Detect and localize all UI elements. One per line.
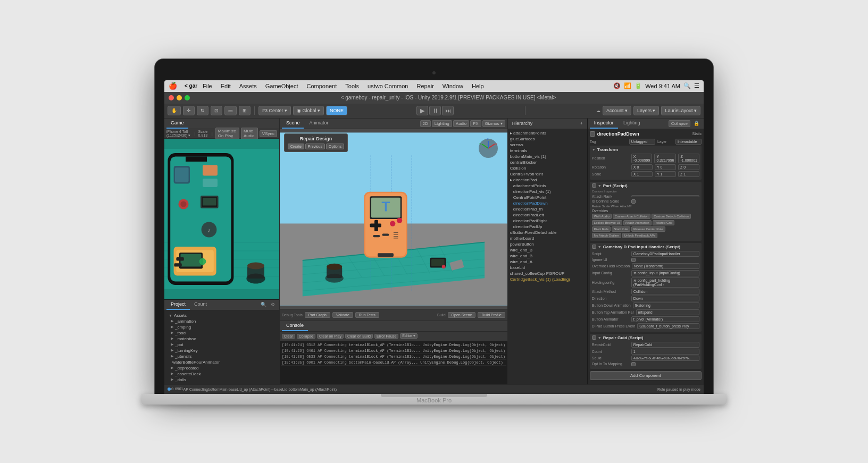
list-item[interactable]: ▶_cmping [166, 324, 277, 330]
menu-file[interactable]: File [199, 80, 215, 92]
menu-gameobject[interactable]: GameObject [262, 80, 302, 92]
list-item[interactable]: ▶_pot [166, 342, 277, 348]
menu-repair[interactable]: Repair [413, 80, 437, 92]
rot-x[interactable]: X 0 [631, 164, 653, 170]
holding-config-value[interactable]: ≋ config_part_holding (PartHoldingConf ◦ [631, 277, 699, 288]
list-item[interactable]: ▶_turningKey [166, 348, 277, 353]
run-tests-btn[interactable]: Run Tests [355, 312, 379, 318]
hier-dirpadright[interactable]: directionPadRight [509, 218, 586, 224]
release-center-btn[interactable]: Release Center Rule [631, 226, 665, 232]
count-value[interactable]: 1 [631, 349, 699, 355]
repair-previous-btn[interactable]: Previous [305, 144, 325, 149]
repair-guid-checkbox[interactable] [592, 335, 596, 340]
list-item[interactable]: ▶_utensils [166, 353, 277, 359]
attach-rank-value[interactable] [631, 195, 699, 197]
notification-icon[interactable]: ☰ [694, 82, 699, 89]
rect-tool[interactable]: ▭ [224, 106, 237, 115]
menu-ustwo[interactable]: ustwo Common [364, 80, 411, 92]
opt-in-checkbox[interactable] [631, 362, 636, 366]
hier-attachmentpoints[interactable]: ▸ attachmentPoints [509, 130, 586, 136]
hand-tool[interactable]: ✋ [168, 106, 181, 115]
tab-count[interactable]: Count [190, 300, 211, 310]
pos-z[interactable]: Z -1.000001 [678, 154, 699, 163]
script-value[interactable]: GameboyDPadInputHandler [631, 251, 699, 257]
direction-value[interactable]: Down [631, 296, 699, 301]
start-rule-btn[interactable]: Start Rule [612, 226, 630, 232]
transform-tool[interactable]: ⊞ [239, 106, 251, 115]
hier-terminals[interactable]: terminals [509, 148, 586, 154]
rot-z[interactable]: Z 0 [678, 164, 699, 170]
list-item[interactable]: waterBottlePourAnimator [166, 359, 277, 365]
hier-collision[interactable]: Collision [509, 165, 586, 171]
ignore-ui-checkbox[interactable] [631, 258, 636, 262]
hier-dirpaddown[interactable]: directionPadDown [509, 200, 586, 206]
layout-btn[interactable]: LaurieLayout ▾ [661, 106, 700, 115]
scale-y[interactable]: Y 1 [655, 171, 676, 177]
part-enabled-checkbox[interactable] [592, 183, 596, 188]
account-btn[interactable]: Account ▾ [603, 106, 631, 115]
btn-down-anim-value[interactable]: fiksioning [633, 302, 699, 308]
tab-console[interactable]: Console [282, 321, 308, 331]
menu-window[interactable]: Window [439, 80, 466, 92]
scene-gizmos-btn[interactable]: Gizmos ▾ [482, 120, 505, 127]
hier-centralblocker[interactable]: centralBlocker [509, 159, 586, 165]
hier-wireend-b2[interactable]: wire_end_B [509, 253, 586, 259]
scale-tool[interactable]: ⊡ [211, 106, 222, 115]
attach-animation-btn[interactable]: Attach Animation [623, 220, 652, 225]
hier-bottommain[interactable]: bottomMain_vis (1) [509, 154, 586, 159]
hier-motherboard[interactable]: motherboard [509, 235, 586, 241]
menu-help[interactable]: Help [469, 80, 487, 92]
locked-browse-btn[interactable]: Locked Browse UI [592, 220, 622, 225]
move-tool[interactable]: ✛ [183, 106, 195, 115]
maximize-button[interactable] [185, 95, 190, 100]
tab-game[interactable]: Game [166, 119, 188, 129]
hier-coffeecup[interactable]: shared_coffeeCup-PGROUP [509, 271, 586, 276]
add-component-btn[interactable]: Add Component [590, 371, 702, 380]
layers-btn[interactable]: Layers ▾ [633, 106, 660, 115]
collapse-btn[interactable]: Collapse [669, 120, 690, 127]
no-attach-outline-btn[interactable]: No Attach Outline [592, 233, 621, 238]
project-search-icon[interactable]: 🔍 [258, 302, 269, 307]
rot-y[interactable]: Y 0 [655, 164, 676, 170]
close-button[interactable] [169, 95, 174, 100]
menu-component[interactable]: Component [303, 80, 340, 92]
apple-icon[interactable]: 🍎 [169, 82, 177, 90]
menu-assets[interactable]: Assets [236, 80, 260, 92]
part-graph-btn[interactable]: Part Graph [305, 312, 330, 318]
repair-create-btn[interactable]: Create [288, 144, 304, 149]
console-clear-on-play-btn[interactable]: Clear on Play [317, 334, 344, 339]
step-button[interactable]: ⏭ [442, 106, 454, 115]
hier-screws[interactable]: screws [509, 142, 586, 148]
attach-method-value[interactable]: Collision [631, 289, 699, 294]
hier-powerbutton[interactable]: powerButton [509, 241, 586, 247]
mute-audio-btn[interactable]: Mute Audio [241, 128, 258, 139]
list-item[interactable]: ▶_casetteDeck [166, 371, 277, 377]
scene-lighting-btn[interactable]: Lighting [432, 120, 452, 127]
hier-wireend-b1[interactable]: wire_end_B [509, 247, 586, 253]
tab-animator[interactable]: Animator [305, 119, 332, 129]
console-editor-btn[interactable]: Editor ▾ [400, 333, 417, 339]
vsync-btn[interactable]: VSync [260, 130, 277, 137]
menu-edit[interactable]: Edit [218, 80, 234, 92]
pos-y[interactable]: Y 0.3217996 [654, 154, 676, 163]
pivot-rule-btn[interactable]: Pivot Rule [592, 226, 611, 232]
layer-value[interactable]: Interactable [675, 139, 702, 145]
scene-2d-btn[interactable]: 2D [420, 120, 431, 127]
scale-z[interactable]: Z 1 [678, 171, 699, 177]
hier-centralpointpoint[interactable]: CentralPointPoint [509, 195, 586, 200]
scene-fx-btn[interactable]: FX [470, 120, 481, 127]
assets-root[interactable]: ▼ Assets [166, 313, 277, 318]
unlock-feedback-btn[interactable]: Unlock Feedback APs [622, 233, 658, 238]
hier-attachmentpoints2[interactable]: attachmentPoints [509, 183, 586, 189]
console-error-pause-btn[interactable]: Error Pause [374, 334, 398, 339]
list-item[interactable]: ▶_deprecated [166, 365, 277, 371]
maximize-on-play-btn[interactable]: Maximize On Play [215, 128, 239, 139]
console-clear-on-build-btn[interactable]: Clear on Build [345, 334, 373, 339]
console-collapse-btn[interactable]: Collapse [297, 334, 315, 339]
hier-cartridge[interactable]: CartridgeBack_vis (1) (Loading) [509, 276, 586, 282]
pause-button[interactable]: ⏸ [429, 106, 441, 115]
custom-attack-btn[interactable]: Custom Attach Collision [613, 214, 650, 219]
btn-tap-anim-value[interactable]: mfspend [636, 309, 699, 315]
tab-scene[interactable]: Scene [282, 119, 304, 129]
open-scene-btn[interactable]: Open Scene [448, 312, 476, 318]
